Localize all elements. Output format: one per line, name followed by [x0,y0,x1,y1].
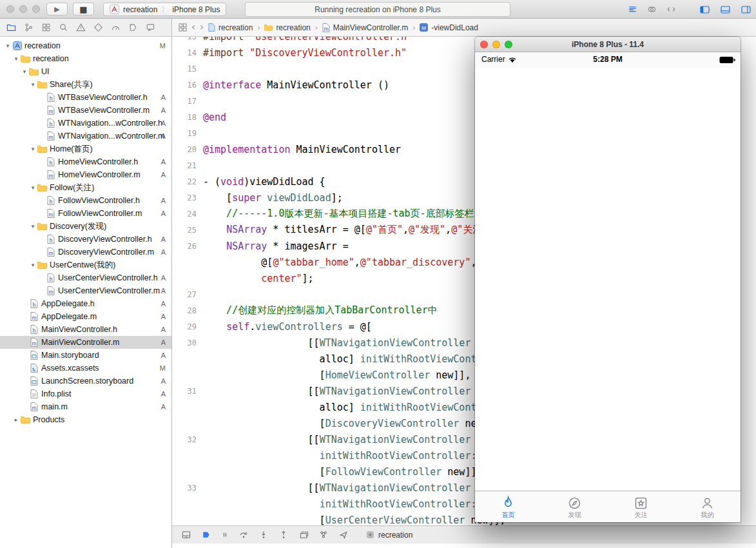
breakpoint-navigator-icon[interactable] [128,23,138,32]
sidebar-item[interactable]: Assets.xcassetsM [0,362,171,375]
minimize-button[interactable] [19,5,27,13]
code-text: NSArray * imagesArr = [197,240,349,252]
report-navigator-icon[interactable] [146,23,155,32]
sidebar-item[interactable]: hWTNavigation...wController.hA [0,117,171,130]
sidebar-item[interactable]: ▾UserCentwe(我的) [0,259,171,271]
view-hierarchy-icon[interactable] [298,530,309,540]
back-button[interactable]: ‹ [191,23,195,32]
sidebar-item[interactable]: mUserCenterViewController.mA [0,284,171,297]
debug-panel-icon[interactable] [719,5,732,15]
code-text: [[WTNavigationViewController [197,337,470,349]
tab-follow[interactable]: 关注 [608,491,674,522]
zoom-button[interactable] [32,5,40,13]
sidebar-item[interactable]: ▾Follow(关注) [0,181,171,194]
simulate-location-icon[interactable] [338,530,349,540]
source-control-icon[interactable] [24,23,34,32]
close-button[interactable] [6,5,14,13]
m-icon: m [45,170,56,179]
step-out-icon[interactable] [278,530,289,540]
app-tab-bar: 首页发现关注我的 [475,491,741,522]
inspector-panel-icon[interactable] [740,5,752,15]
close-button[interactable] [480,41,488,48]
app-content-area[interactable] [475,68,741,491]
sidebar-item[interactable]: mWTNavigation...wController.mA [0,130,171,142]
xcode-toolbar[interactable]: ▶ ■ recreation 〉 iPhone 8 Plus Running r… [0,0,756,19]
memory-graph-icon[interactable] [318,530,329,540]
sidebar-item-label: UserCenterViewController.m [58,286,160,295]
sidebar-item[interactable]: ▾Home(首页) [0,142,171,155]
breadcrumb-item[interactable]: mMainViewController.m [322,23,409,32]
sidebar-item[interactable]: mHomeViewController.mA [0,168,171,181]
group-folder-icon [264,24,273,31]
sidebar-item[interactable]: LaunchScreen.storyboardA [0,375,171,387]
standard-editor-icon[interactable] [627,5,638,14]
scheme-selector[interactable]: recreation 〉 iPhone 8 Plus [103,3,226,16]
line-number: 19 [172,129,197,138]
line-number: 24 [172,210,197,219]
breadcrumb-separator-icon: › [257,23,260,32]
sidebar-item[interactable]: mAppDelegate.mA [0,310,171,323]
svg-text:m: m [48,211,53,218]
svg-text:m: m [324,25,328,32]
sidebar-item[interactable]: hMainViewController.hA [0,323,171,336]
line-number: 17 [172,97,197,106]
disclosure-down-icon: ▾ [4,43,12,49]
breakpoints-icon[interactable] [201,530,211,540]
running-app-indicator[interactable]: recreation [366,531,412,540]
sidebar-item[interactable]: ▾recreationM [0,39,171,52]
test-navigator-icon[interactable] [93,23,103,32]
sidebar-item[interactable]: hWTBaseViewController.hA [0,91,171,104]
version-editor-icon[interactable] [666,5,677,14]
zoom-button[interactable] [505,41,512,48]
sidebar-item[interactable]: mmain.mA [0,400,171,413]
related-items-icon[interactable] [179,23,187,32]
status-badge: A [161,171,166,179]
sidebar-item[interactable]: hFollowViewController.hA [0,194,171,207]
sidebar-item[interactable]: ▾Discovery(发现) [0,220,171,233]
tab-home[interactable]: 首页 [475,491,541,522]
sidebar-item[interactable]: hDiscoveryViewController.hA [0,233,171,246]
sidebar-item-selected[interactable]: mMainViewController.mA [0,336,171,349]
sidebar-item[interactable]: mFollowViewController.mA [0,207,171,220]
breadcrumb-item[interactable]: recreation [264,23,310,32]
sidebar-item[interactable]: ▸Products [0,413,171,426]
sidebar-item[interactable]: hHomeViewController.hA [0,155,171,168]
sidebar-item[interactable]: Main.storyboardA [0,349,171,362]
hide-debug-area-icon[interactable] [181,530,191,540]
folder-icon [37,145,48,153]
assistant-editor-icon[interactable] [646,5,657,14]
line-number: 14 [172,48,197,57]
breadcrumb-item[interactable]: M-viewDidLoad [420,23,478,32]
activity-viewer: Running recreation on iPhone 8 Plus [245,2,510,17]
code-text: alloc] initWithRootViewController: [197,402,518,413]
sidebar-item[interactable]: ▾recreation [0,52,171,65]
sidebar-item[interactable]: hUserCenterViewController.hA [0,271,171,284]
symbol-navigator-icon[interactable] [41,23,51,32]
tab-profile[interactable]: 我的 [674,491,741,522]
follow-icon [633,495,649,511]
sidebar-item[interactable]: ▾UI [0,65,171,78]
sidebar-item[interactable]: hAppDelegate.hA [0,297,171,310]
project-navigator-icon[interactable] [6,23,16,32]
pause-icon[interactable] [221,530,229,540]
step-over-icon[interactable] [238,530,249,540]
sidebar-item[interactable]: mDiscoveryViewController.mA [0,246,171,259]
issue-navigator-icon[interactable] [76,23,86,32]
step-into-icon[interactable] [258,530,269,540]
minimize-button[interactable] [492,41,500,48]
tab-discover[interactable]: 发现 [541,491,608,522]
sidebar-item[interactable]: ▾Share(共享) [0,78,171,91]
status-badge: A [161,313,166,320]
forward-button[interactable]: › [200,23,204,32]
navigator-panel-icon[interactable] [699,5,711,15]
stop-button[interactable]: ■ [73,3,94,15]
simulator-titlebar[interactable]: iPhone 8 Plus - 11.4 [475,37,741,52]
breadcrumb-item[interactable]: recreation [208,23,253,32]
find-navigator-icon[interactable] [59,23,68,32]
debug-navigator-icon[interactable] [111,23,121,32]
h-icon: h [28,325,39,334]
run-button[interactable]: ▶ [46,3,68,15]
h-icon: h [45,235,56,244]
sidebar-item[interactable]: mWTBaseViewController.mA [0,104,171,117]
sidebar-item[interactable]: Info.plistA [0,387,171,400]
